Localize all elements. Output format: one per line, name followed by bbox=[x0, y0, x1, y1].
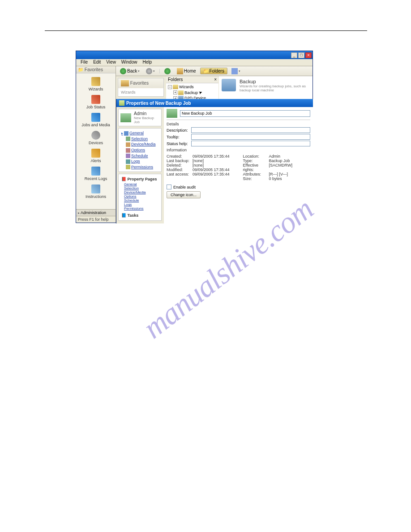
nav-options[interactable]: Options bbox=[121, 147, 158, 153]
pp-logs[interactable]: Logs bbox=[124, 202, 158, 206]
back-icon bbox=[120, 68, 126, 74]
backup-title: Backup bbox=[240, 79, 310, 84]
menu-window[interactable]: Window bbox=[119, 59, 140, 66]
enable-audit-checkbox[interactable] bbox=[167, 184, 171, 189]
details-header: Details bbox=[167, 122, 310, 126]
favorites-header: 📁 Favorites bbox=[76, 66, 116, 73]
view-icon bbox=[231, 68, 238, 74]
fav-alerts[interactable]: Alerts bbox=[76, 147, 116, 165]
jobstatus-icon bbox=[91, 95, 100, 104]
pp-selection[interactable]: Selection bbox=[124, 186, 158, 190]
schedule-icon bbox=[126, 154, 130, 158]
view-button[interactable]: ▾ bbox=[229, 67, 243, 75]
tasks-header: 📘 Tasks bbox=[121, 212, 158, 219]
nav-logs[interactable]: Logs bbox=[121, 159, 158, 164]
wizard-icon bbox=[91, 77, 100, 86]
job-label: New Backup Job bbox=[134, 116, 159, 124]
folder-icon bbox=[173, 85, 178, 89]
selection-icon bbox=[126, 137, 130, 141]
menu-view[interactable]: View bbox=[103, 59, 119, 66]
menu-help[interactable]: Help bbox=[140, 59, 154, 66]
nav-general[interactable]: General bbox=[121, 130, 158, 136]
change-icon-button[interactable]: Change icon... bbox=[167, 191, 201, 198]
admin-label: Admin bbox=[134, 111, 159, 116]
folders-header: Folders× bbox=[166, 76, 218, 83]
fav-instructions[interactable]: Instructions bbox=[76, 183, 116, 201]
jobsmedia-icon bbox=[91, 113, 100, 122]
devices-icon bbox=[91, 131, 100, 140]
main-area: Back ▾ ▾ | Home 📁 Folders ▾ Favorites Wi… bbox=[116, 66, 313, 223]
fav-jobstatus[interactable]: Job Status bbox=[76, 93, 116, 111]
close-button[interactable]: × bbox=[305, 52, 312, 58]
info-left: Created:09/09/2005 17:35:44 Last backup:… bbox=[167, 154, 230, 181]
folders-close-icon[interactable]: × bbox=[214, 77, 217, 82]
menu-file[interactable]: File bbox=[78, 59, 90, 66]
admin-icon bbox=[120, 113, 131, 122]
back-button[interactable]: Back ▾ bbox=[118, 67, 142, 75]
statushelp-input[interactable] bbox=[191, 141, 310, 146]
menubar: File Edit View Window Help bbox=[76, 59, 313, 66]
menu-edit[interactable]: Edit bbox=[90, 59, 103, 66]
pp-permissions[interactable]: Permissions bbox=[124, 206, 158, 210]
tooltip-label: Tooltip: bbox=[167, 135, 191, 139]
permissions-icon bbox=[126, 165, 130, 169]
refresh-button[interactable] bbox=[162, 67, 173, 75]
tree-wizards[interactable]: −Wizards bbox=[168, 84, 217, 90]
page-rule bbox=[45, 30, 367, 31]
fav-panel-header: Favorites bbox=[118, 78, 163, 88]
home-button[interactable]: Home bbox=[175, 67, 198, 75]
property-pages-header: 📕 Property Pages bbox=[121, 176, 158, 182]
description-input[interactable] bbox=[191, 127, 310, 133]
instructions-icon bbox=[91, 184, 100, 193]
nav-devicemedia[interactable]: Device/Media bbox=[121, 142, 158, 147]
properties-dialog: Properties of New Backup Job Admin New B… bbox=[116, 99, 313, 223]
alerts-icon bbox=[91, 149, 100, 158]
forward-icon bbox=[146, 68, 152, 74]
pp-devicemedia[interactable]: Device/Media bbox=[124, 190, 158, 194]
pp-schedule[interactable]: Schedule bbox=[124, 198, 158, 202]
administration-bar[interactable]: Administration bbox=[76, 209, 116, 216]
fav-panel-sub: Wizards bbox=[118, 88, 163, 96]
name-input[interactable]: New Backup Job bbox=[180, 110, 310, 117]
nav-selection[interactable]: Selection bbox=[121, 136, 158, 142]
dialog-titlebar: Properties of New Backup Job bbox=[116, 99, 313, 107]
folder-icon bbox=[178, 90, 184, 95]
fav-devices[interactable]: Devices bbox=[76, 129, 116, 147]
statushelp-label: Status help: bbox=[167, 142, 191, 146]
pp-options[interactable]: Options bbox=[124, 194, 158, 198]
pp-general[interactable]: General bbox=[124, 182, 158, 186]
fav-jobsmedia[interactable]: Jobs and Media bbox=[76, 111, 116, 129]
titlebar: _ □ × bbox=[76, 51, 313, 59]
logs-icon bbox=[126, 159, 130, 164]
backup-desc: Wizards for creating backup jobs, such a… bbox=[240, 84, 310, 92]
nav-permissions[interactable]: Permissions bbox=[121, 164, 158, 170]
enable-audit-label: Enable audit bbox=[173, 185, 196, 189]
info-right: Location:Admin Type:Backup Job Effective… bbox=[243, 154, 292, 181]
options-icon bbox=[126, 148, 130, 153]
home-icon bbox=[177, 68, 183, 74]
nav-schedule[interactable]: Schedule bbox=[121, 153, 158, 159]
refresh-icon bbox=[164, 68, 171, 74]
forward-button[interactable]: ▾ bbox=[144, 67, 157, 75]
fav-wizards[interactable]: Wizards bbox=[76, 75, 116, 93]
maximize-button[interactable]: □ bbox=[298, 52, 304, 58]
favorites-pane: 📁 Favorites Wizards Job Status Jobs and … bbox=[76, 66, 116, 223]
recentlogs-icon bbox=[91, 167, 100, 176]
status-bar: Press F1 for help bbox=[76, 216, 116, 223]
form-icon bbox=[167, 109, 177, 118]
general-icon bbox=[124, 131, 128, 136]
tree-backup[interactable]: +Backup ➤ bbox=[168, 90, 217, 95]
devicemedia-icon bbox=[126, 142, 130, 147]
folders-button[interactable]: 📁 Folders bbox=[200, 68, 227, 74]
fav-panel-icon bbox=[121, 80, 129, 86]
tooltip-input[interactable] bbox=[191, 134, 310, 140]
nav-list: General Selection Device/Media Options S… bbox=[118, 128, 162, 172]
app-window: _ □ × File Edit View Window Help 📁 Favor… bbox=[76, 51, 313, 223]
description-label: Description: bbox=[167, 128, 191, 133]
backup-card[interactable]: Backup Wizards for creating backup jobs,… bbox=[222, 79, 310, 92]
toolbar: Back ▾ ▾ | Home 📁 Folders ▾ bbox=[116, 66, 313, 76]
minimize-button[interactable]: _ bbox=[291, 52, 297, 58]
information-header: Information bbox=[167, 148, 310, 152]
fav-recentlogs[interactable]: Recent Logs bbox=[76, 165, 116, 183]
backup-icon bbox=[222, 79, 236, 91]
